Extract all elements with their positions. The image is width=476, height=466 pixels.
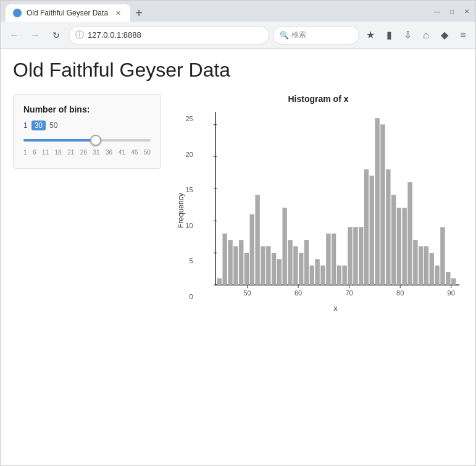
svg-rect-7 bbox=[244, 253, 249, 285]
svg-rect-44 bbox=[446, 272, 450, 285]
new-tab-button[interactable]: + bbox=[130, 4, 148, 22]
bins-label: Number of bins: bbox=[23, 104, 151, 114]
svg-rect-27 bbox=[353, 227, 357, 285]
tab-close-button[interactable]: ✕ bbox=[113, 8, 123, 18]
nav-bar: ← → ↻ ⓘ 127.0.0.1:8888 🔍 検索 ★ ▮ ⇩ ⌂ ◆ ≡ bbox=[1, 22, 475, 49]
tab-title: Old Faithful Geyser Data bbox=[27, 9, 108, 17]
shield-icon[interactable]: ▮ bbox=[382, 28, 396, 43]
svg-rect-33 bbox=[386, 169, 390, 285]
browser-window: Old Faithful Geyser Data ✕ + — □ ✕ ← → ↻… bbox=[0, 0, 476, 466]
forward-button[interactable]: → bbox=[27, 27, 44, 44]
search-placeholder: 検索 bbox=[291, 30, 306, 40]
svg-rect-29 bbox=[364, 169, 369, 285]
chart-plot: 0 5 10 15 20 25 bbox=[185, 109, 462, 300]
x-axis-label: x bbox=[209, 304, 462, 313]
download-icon[interactable]: ⇩ bbox=[400, 28, 415, 43]
svg-rect-40 bbox=[424, 247, 428, 285]
chart-title: Histogram of x bbox=[288, 94, 348, 104]
svg-rect-5 bbox=[233, 247, 238, 285]
svg-rect-17 bbox=[299, 253, 303, 285]
chart-container: Frequency 0 5 10 15 20 25 bbox=[174, 109, 462, 313]
home-icon[interactable]: ⌂ bbox=[419, 28, 433, 43]
svg-rect-11 bbox=[266, 247, 270, 285]
search-bar[interactable]: 🔍 検索 bbox=[273, 26, 359, 44]
svg-text:50: 50 bbox=[243, 289, 251, 297]
svg-rect-41 bbox=[430, 253, 434, 285]
extensions-icon[interactable]: ◆ bbox=[437, 28, 452, 43]
svg-rect-45 bbox=[451, 279, 456, 285]
svg-rect-38 bbox=[413, 240, 417, 285]
slider-values: 1 30 50 bbox=[23, 121, 151, 130]
svg-rect-13 bbox=[277, 260, 282, 285]
slider-thumb[interactable] bbox=[90, 135, 101, 146]
chart-inner: 0 5 10 15 20 25 bbox=[185, 109, 462, 313]
svg-rect-30 bbox=[370, 176, 374, 285]
maximize-button[interactable]: □ bbox=[448, 7, 456, 15]
y-axis-label: Frequency bbox=[174, 109, 185, 313]
svg-rect-31 bbox=[375, 118, 379, 285]
svg-rect-35 bbox=[397, 208, 401, 285]
search-icon: 🔍 bbox=[280, 31, 289, 40]
active-tab[interactable]: Old Faithful Geyser Data ✕ bbox=[6, 4, 130, 22]
window-controls: — □ ✕ bbox=[433, 7, 470, 15]
bookmark-icon[interactable]: ★ bbox=[363, 28, 378, 43]
svg-rect-3 bbox=[222, 234, 227, 285]
slider-fill bbox=[23, 139, 96, 142]
svg-rect-37 bbox=[407, 182, 412, 285]
page-title: Old Faithful Geyser Data bbox=[13, 59, 463, 82]
svg-rect-14 bbox=[282, 208, 286, 285]
main-layout: Number of bins: 1 30 50 1 6 11 16 bbox=[13, 94, 463, 313]
tab-strip: Old Faithful Geyser Data ✕ + bbox=[6, 1, 428, 22]
svg-rect-34 bbox=[391, 195, 396, 285]
y-axis: 0 5 10 15 20 25 bbox=[185, 115, 196, 300]
slider-current-value: 30 bbox=[31, 121, 46, 130]
svg-rect-15 bbox=[288, 240, 292, 285]
svg-rect-20 bbox=[315, 260, 319, 285]
svg-text:70: 70 bbox=[345, 289, 353, 297]
svg-rect-43 bbox=[440, 227, 445, 285]
svg-text:60: 60 bbox=[294, 289, 302, 297]
slider-track-container[interactable] bbox=[23, 134, 151, 146]
svg-rect-12 bbox=[272, 253, 276, 285]
refresh-button[interactable]: ↻ bbox=[48, 27, 65, 44]
svg-rect-28 bbox=[359, 227, 363, 285]
back-button[interactable]: ← bbox=[6, 27, 23, 44]
svg-rect-26 bbox=[348, 227, 352, 285]
svg-rect-23 bbox=[332, 234, 336, 285]
svg-rect-21 bbox=[320, 266, 325, 285]
info-icon: ⓘ bbox=[75, 30, 84, 41]
minimize-button[interactable]: — bbox=[433, 7, 441, 15]
svg-rect-18 bbox=[304, 240, 309, 285]
slider-min: 1 bbox=[23, 121, 28, 130]
slider-ticks: 1 6 11 16 21 26 31 36 41 46 50 bbox=[23, 149, 151, 156]
address-text: 127.0.0.1:8888 bbox=[88, 30, 141, 40]
svg-rect-32 bbox=[380, 125, 385, 285]
slider-panel: Number of bins: 1 30 50 1 6 11 16 bbox=[13, 94, 161, 169]
slider-track bbox=[23, 139, 151, 142]
title-bar: Old Faithful Geyser Data ✕ + — □ ✕ bbox=[1, 1, 475, 22]
svg-rect-16 bbox=[293, 247, 298, 285]
svg-rect-25 bbox=[342, 266, 346, 285]
svg-rect-39 bbox=[419, 247, 423, 285]
menu-icon[interactable]: ≡ bbox=[456, 28, 470, 43]
svg-rect-6 bbox=[239, 240, 243, 285]
chart-area: Histogram of x Frequency 0 5 10 15 20 bbox=[173, 94, 463, 313]
page-content: Old Faithful Geyser Data Number of bins:… bbox=[1, 49, 475, 465]
svg-rect-22 bbox=[326, 234, 330, 285]
svg-rect-10 bbox=[261, 247, 265, 285]
svg-rect-36 bbox=[402, 208, 406, 285]
x-axis-area: x bbox=[209, 300, 462, 313]
svg-rect-42 bbox=[435, 266, 439, 285]
address-bar[interactable]: ⓘ 127.0.0.1:8888 bbox=[69, 26, 269, 44]
svg-rect-19 bbox=[310, 266, 314, 285]
svg-rect-2 bbox=[217, 279, 222, 285]
histogram-svg: 5060708090 bbox=[197, 109, 462, 300]
close-button[interactable]: ✕ bbox=[463, 7, 470, 15]
svg-rect-9 bbox=[255, 195, 259, 285]
svg-text:90: 90 bbox=[447, 289, 454, 297]
tab-favicon bbox=[13, 9, 22, 17]
nav-icons: ★ ▮ ⇩ ⌂ ◆ ≡ bbox=[363, 28, 470, 43]
svg-rect-4 bbox=[228, 240, 232, 285]
svg-rect-24 bbox=[337, 266, 341, 285]
svg-text:80: 80 bbox=[396, 289, 404, 297]
